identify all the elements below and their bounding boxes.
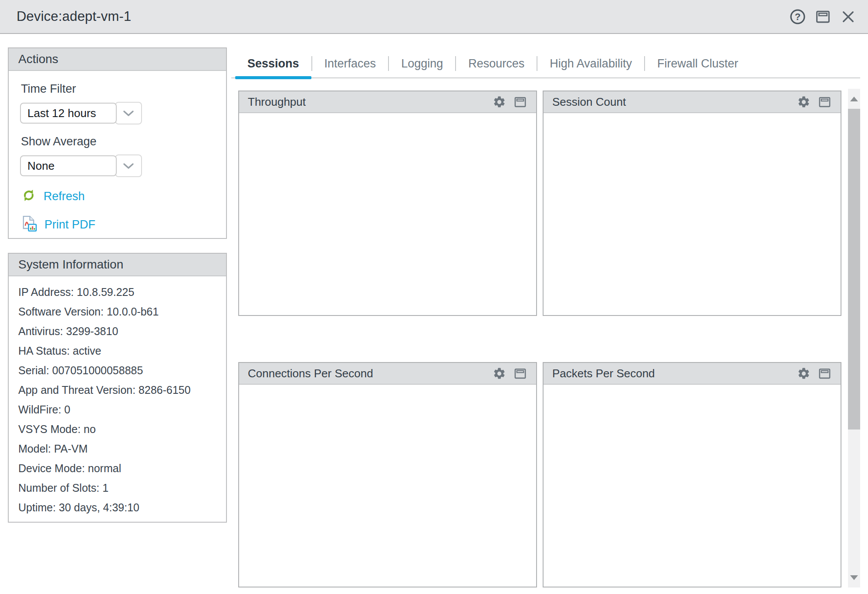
chart-title: Packets Per Second xyxy=(552,367,655,380)
chart-panel: Throughput 200.00k100.00k02020/09/…2020/… xyxy=(238,91,537,316)
gear-icon[interactable]: 30.00k20.00k10.00k02020/09/…2020/09/…202… xyxy=(796,94,811,109)
vertical-scrollbar[interactable] xyxy=(848,89,860,587)
chart-panel: Session Count 30.00k20.00k10.00k02020/09… xyxy=(543,91,841,316)
chart-plot xyxy=(544,113,841,315)
chart-header: Connections Per Second 40020002020/09/…2… xyxy=(239,363,536,385)
show-average-value[interactable]: None xyxy=(20,155,117,176)
show-average-label: Show Average xyxy=(21,135,215,148)
window-icon[interactable] xyxy=(814,8,831,25)
actions-panel-header: Actions xyxy=(9,48,226,71)
chart-plot xyxy=(239,113,537,315)
print-pdf-button[interactable]: Print PDF xyxy=(21,215,215,234)
window-icon[interactable] xyxy=(817,366,832,381)
window-icon[interactable] xyxy=(513,94,527,109)
refresh-label: Refresh xyxy=(44,190,85,203)
system-info-item: Number of Slots: 1 xyxy=(18,478,216,498)
time-filter-label: Time Filter xyxy=(21,82,215,96)
svg-text:?: ? xyxy=(794,11,800,22)
system-info-item: Antivirus: 3299-3810 xyxy=(18,322,216,341)
actions-panel: Actions Time Filter Last 12 hours Show A… xyxy=(8,47,227,239)
time-filter-select[interactable]: Last 12 hours xyxy=(20,102,142,124)
tab-bar: SessionsInterfacesLoggingResourcesHigh A… xyxy=(235,49,750,78)
tab-firewall-cluster[interactable]: Firewall Cluster xyxy=(645,49,750,78)
print-pdf-label: Print PDF xyxy=(44,218,95,232)
system-information-header: System Information xyxy=(9,254,226,276)
tab-logging[interactable]: Logging xyxy=(389,49,455,78)
chart-title: Session Count xyxy=(552,95,626,109)
gear-icon[interactable]: 20.00k10.00k02020/09/…2020/09/…2020/09/…… xyxy=(796,366,811,381)
chevron-down-icon[interactable] xyxy=(115,102,142,124)
pdf-icon xyxy=(21,215,37,234)
system-information-panel: System Information IP Address: 10.8.59.2… xyxy=(8,253,227,523)
time-filter-value[interactable]: Last 12 hours xyxy=(20,103,117,124)
scrollbar-thumb[interactable] xyxy=(848,109,860,430)
window-icon[interactable] xyxy=(817,94,832,109)
chart-title: Throughput xyxy=(248,95,306,109)
window-titlebar: Device:adept-vm-1 ? xyxy=(0,0,868,34)
close-icon[interactable] xyxy=(839,8,857,25)
show-average-select[interactable]: None xyxy=(20,154,142,177)
application: { "window": { "title": "Device:adept-vm-… xyxy=(0,0,868,594)
system-info-item: Software Version: 10.0.0-b61 xyxy=(18,302,216,322)
chevron-down-icon[interactable] xyxy=(115,154,142,177)
window-title: Device:adept-vm-1 xyxy=(17,9,132,24)
system-info-item: Model: PA-VM xyxy=(18,439,216,459)
help-icon[interactable]: ? xyxy=(789,8,806,25)
chart-plot xyxy=(239,385,537,587)
gear-icon[interactable]: 40020002020/09/…2020/09/…2020/09/…2020/0… xyxy=(492,366,507,381)
refresh-button[interactable]: Refresh xyxy=(21,188,215,205)
refresh-icon xyxy=(21,188,37,205)
chart-header: Session Count 30.00k20.00k10.00k02020/09… xyxy=(544,91,841,113)
tab-resources[interactable]: Resources xyxy=(456,49,537,78)
system-info-item: App and Threat Version: 8286-6150 xyxy=(18,380,216,400)
tab-high-availability[interactable]: High Availability xyxy=(537,49,644,78)
window-icon[interactable] xyxy=(513,366,527,381)
gear-icon[interactable]: 200.00k100.00k02020/09/…2020/09/…2020/09… xyxy=(492,94,507,109)
chart-header: Packets Per Second 20.00k10.00k02020/09/… xyxy=(544,363,841,385)
scroll-down-icon[interactable] xyxy=(848,567,860,587)
scroll-up-icon[interactable] xyxy=(848,89,860,109)
charts-grid: Throughput 200.00k100.00k02020/09/…2020/… xyxy=(238,91,842,587)
system-info-item: IP Address: 10.8.59.225 xyxy=(18,282,216,302)
tab-interfaces[interactable]: Interfaces xyxy=(312,49,388,78)
chart-header: Throughput 200.00k100.00k02020/09/…2020/… xyxy=(239,91,536,113)
system-info-item: Uptime: 30 days, 4:39:10 xyxy=(18,498,216,517)
chart-panel: Connections Per Second 40020002020/09/…2… xyxy=(238,362,537,587)
system-info-item: VSYS Mode: no xyxy=(18,419,216,439)
system-info-item: Device Mode: normal xyxy=(18,459,216,478)
system-information-list: IP Address: 10.8.59.225Software Version:… xyxy=(9,276,226,524)
chart-title: Connections Per Second xyxy=(248,367,373,380)
chart-panel: Packets Per Second 20.00k10.00k02020/09/… xyxy=(543,362,841,587)
tab-sessions[interactable]: Sessions xyxy=(235,49,311,78)
chart-plot xyxy=(544,385,841,587)
system-info-item: Serial: 007051000058885 xyxy=(18,361,216,380)
system-info-item: HA Status: active xyxy=(18,341,216,361)
system-info-item: WildFire: 0 xyxy=(18,400,216,419)
